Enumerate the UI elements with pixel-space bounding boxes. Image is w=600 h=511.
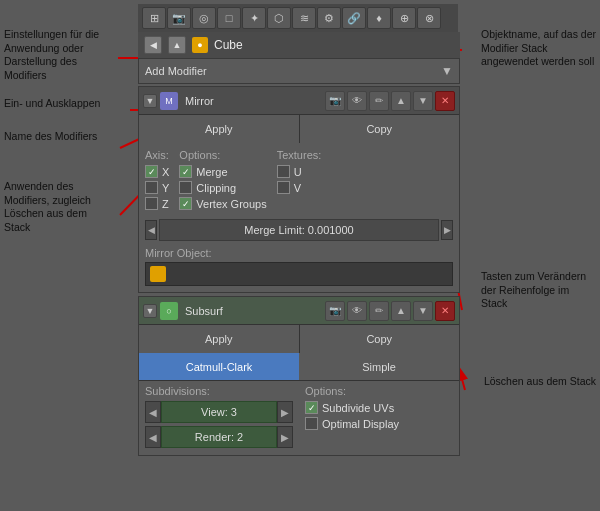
toolbar-btn-5[interactable]: ✦ (242, 7, 266, 29)
subsurf-render-btn[interactable]: 📷 (325, 301, 345, 321)
toolbar-btn-2[interactable]: 📷 (167, 7, 191, 29)
texture-v-checkbox[interactable] (277, 181, 290, 194)
mirror-mod-name: Mirror (181, 95, 322, 107)
mirror-render-btn[interactable]: 📷 (325, 91, 345, 111)
axis-x-label: X (162, 166, 169, 178)
subsurf-modifier-block: ▼ ○ Subsurf 📷 👁 ✏ ▲ ▼ ✕ Apply Copy Catmu… (138, 296, 460, 456)
subsurf-apply-button[interactable]: Apply (139, 325, 300, 353)
annotation-order: Tasten zum Verändern der Reihenfolge im … (481, 270, 596, 311)
tab-simple[interactable]: Simple (299, 353, 459, 380)
subdivide-uvs-row: Subdivide UVs (305, 401, 453, 414)
mirror-object-label: Mirror Object: (145, 247, 453, 259)
view-field[interactable]: View: 3 (161, 401, 277, 423)
toolbar-btn-9[interactable]: 🔗 (342, 7, 366, 29)
merge-checkbox[interactable] (179, 165, 192, 178)
mirror-collapse-btn[interactable]: ▼ (143, 94, 157, 108)
render-slider-row: ◀ Render: 2 ▶ (145, 426, 293, 448)
textures-col: Textures: U V (277, 149, 322, 213)
mirror-modifier-block: ▼ M Mirror 📷 👁 ✏ ▲ ▼ ✕ Apply Copy Axis: (138, 86, 460, 293)
subdivide-uvs-label: Subdivide UVs (322, 402, 394, 414)
add-modifier-bar[interactable]: Add Modifier ▼ (138, 58, 460, 84)
view-right-arrow[interactable]: ▶ (277, 401, 293, 423)
merge-row: Merge (179, 165, 266, 178)
view-left-arrow[interactable]: ◀ (145, 401, 161, 423)
merge-limit-right-arrow[interactable]: ▶ (441, 220, 453, 240)
annotation-settings: Einstellungen für die Anwendung oder Dar… (4, 28, 114, 83)
subsurf-apply-copy-row: Apply Copy (139, 325, 459, 353)
toolbar-btn-7[interactable]: ≋ (292, 7, 316, 29)
view-slider-row: ◀ View: 3 ▶ (145, 401, 293, 423)
subdivisions-label: Subdivisions: (145, 385, 293, 397)
main-panel: Add Modifier ▼ ▼ M Mirror 📷 👁 ✏ ▲ ▼ ✕ Ap… (138, 58, 460, 459)
tab-catmull-clark[interactable]: Catmull-Clark (139, 353, 299, 380)
render-left-arrow[interactable]: ◀ (145, 426, 161, 448)
object-name: Cube (214, 38, 243, 52)
subsurf-eye-btn[interactable]: 👁 (347, 301, 367, 321)
toolbar-btn-3[interactable]: ◎ (192, 7, 216, 29)
view-label: View: (201, 406, 228, 418)
subsurf-edit-btn[interactable]: ✏ (369, 301, 389, 321)
vertex-groups-checkbox[interactable] (179, 197, 192, 210)
texture-u-checkbox[interactable] (277, 165, 290, 178)
texture-v-label: V (294, 182, 301, 194)
mirror-copy-button[interactable]: Copy (300, 115, 460, 143)
toolbar-btn-12[interactable]: ⊗ (417, 7, 441, 29)
options-label: Options: (179, 149, 266, 161)
subsurf-up-btn[interactable]: ▲ (391, 301, 411, 321)
subdivide-uvs-checkbox[interactable] (305, 401, 318, 414)
axis-z-checkbox[interactable] (145, 197, 158, 210)
toolbar-btn-1[interactable]: ⊞ (142, 7, 166, 29)
mirror-down-btn[interactable]: ▼ (413, 91, 433, 111)
vertex-groups-row: Vertex Groups (179, 197, 266, 210)
obj-left-icon[interactable]: ◀ (144, 36, 162, 54)
optimal-display-label: Optimal Display (322, 418, 399, 430)
subsurf-copy-button[interactable]: Copy (300, 325, 460, 353)
render-right-arrow[interactable]: ▶ (277, 426, 293, 448)
clipping-row: Clipping (179, 181, 266, 194)
toolbar-btn-8[interactable]: ⚙ (317, 7, 341, 29)
mirror-up-btn[interactable]: ▲ (391, 91, 411, 111)
merge-limit-row: Merge Limit: 0.001000 (159, 219, 439, 241)
mirror-obj-icon (150, 266, 166, 282)
view-value: 3 (231, 406, 237, 418)
mirror-delete-btn[interactable]: ✕ (435, 91, 455, 111)
optimal-display-checkbox[interactable] (305, 417, 318, 430)
toolbar-btn-6[interactable]: ⬡ (267, 7, 291, 29)
vertex-groups-label: Vertex Groups (196, 198, 266, 210)
axis-y-label: Y (162, 182, 169, 194)
mirror-mod-icon: M (160, 92, 178, 110)
annotation-apply: Anwenden des Modifiers, zugleich Löschen… (4, 180, 114, 235)
axis-x-checkbox[interactable] (145, 165, 158, 178)
texture-v-row: V (277, 181, 322, 194)
axis-x-row: X (145, 165, 169, 178)
optimal-display-row: Optimal Display (305, 417, 453, 430)
merge-limit-label: Merge Limit: 0.001000 (166, 224, 432, 236)
subsurf-mod-name: Subsurf (181, 305, 322, 317)
subsurf-options-section: Options: Subdivide UVs Optimal Display (299, 381, 459, 455)
subsurf-mod-icon: ○ (160, 302, 178, 320)
axis-z-row: Z (145, 197, 169, 210)
mirror-content: Axis: X Y Z Options: (139, 143, 459, 292)
obj-mesh-icon[interactable]: ▲ (168, 36, 186, 54)
render-field[interactable]: Render: 2 (161, 426, 277, 448)
mirror-eye-btn[interactable]: 👁 (347, 91, 367, 111)
subsurf-collapse-btn[interactable]: ▼ (143, 304, 157, 318)
mirror-edit-btn[interactable]: ✏ (369, 91, 389, 111)
toolbar-btn-10[interactable]: ♦ (367, 7, 391, 29)
object-icon: ● (192, 37, 208, 53)
top-toolbar: ⊞ 📷 ◎ □ ✦ ⬡ ≋ ⚙ 🔗 ♦ ⊕ ⊗ (138, 4, 458, 32)
object-name-bar: ◀ ▲ ● Cube (138, 32, 460, 58)
mirror-apply-button[interactable]: Apply (139, 115, 300, 143)
subsurf-modifier-header: ▼ ○ Subsurf 📷 👁 ✏ ▲ ▼ ✕ (139, 297, 459, 325)
toolbar-btn-11[interactable]: ⊕ (392, 7, 416, 29)
axis-y-checkbox[interactable] (145, 181, 158, 194)
clipping-checkbox[interactable] (179, 181, 192, 194)
annotation-delete: Löschen aus dem Stack (484, 375, 596, 389)
axis-options-row: Axis: X Y Z Options: (145, 149, 453, 213)
toolbar-btn-4[interactable]: □ (217, 7, 241, 29)
merge-limit-left-arrow[interactable]: ◀ (145, 220, 157, 240)
subsurf-delete-btn[interactable]: ✕ (435, 301, 455, 321)
mirror-object-field[interactable] (145, 262, 453, 286)
options-col-label: Options: (305, 385, 453, 397)
subsurf-down-btn[interactable]: ▼ (413, 301, 433, 321)
